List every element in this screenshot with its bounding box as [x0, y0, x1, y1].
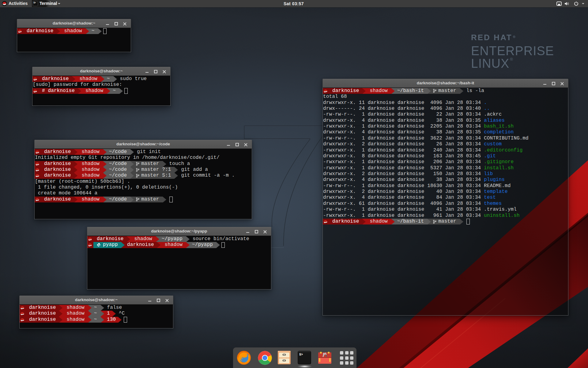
svg-text:$>: $> [299, 353, 303, 356]
svg-text:$>: $> [34, 2, 36, 4]
